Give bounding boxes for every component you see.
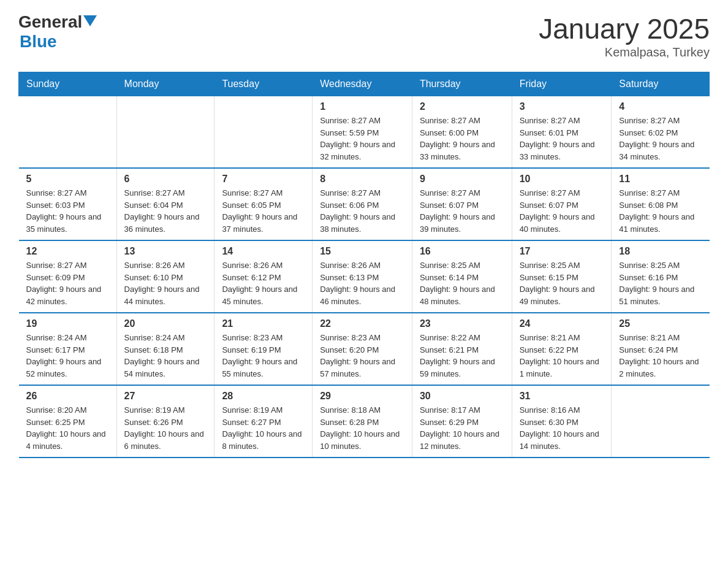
day-info: Sunrise: 8:25 AM Sunset: 6:15 PM Dayligh…	[520, 259, 604, 307]
day-info: Sunrise: 8:27 AM Sunset: 6:03 PM Dayligh…	[26, 187, 109, 235]
calendar-cell: 8Sunrise: 8:27 AM Sunset: 6:06 PM Daylig…	[313, 168, 412, 240]
day-info: Sunrise: 8:27 AM Sunset: 6:06 PM Dayligh…	[320, 187, 404, 235]
logo-text-blue: Blue	[20, 32, 57, 51]
day-info: Sunrise: 8:27 AM Sunset: 6:05 PM Dayligh…	[222, 187, 305, 235]
calendar-week-row: 26Sunrise: 8:20 AM Sunset: 6:25 PM Dayli…	[19, 385, 710, 458]
day-info: Sunrise: 8:27 AM Sunset: 5:59 PM Dayligh…	[320, 115, 404, 163]
day-info: Sunrise: 8:27 AM Sunset: 6:00 PM Dayligh…	[420, 115, 504, 163]
calendar-cell: 2Sunrise: 8:27 AM Sunset: 6:00 PM Daylig…	[412, 96, 512, 169]
calendar-cell: 24Sunrise: 8:21 AM Sunset: 6:22 PM Dayli…	[512, 313, 612, 385]
calendar-header-day: Tuesday	[214, 72, 313, 96]
day-number: 14	[222, 246, 305, 257]
calendar-header-row: SundayMondayTuesdayWednesdayThursdayFrid…	[19, 72, 710, 96]
day-info: Sunrise: 8:24 AM Sunset: 6:17 PM Dayligh…	[26, 332, 109, 380]
day-number: 20	[124, 318, 207, 329]
calendar-cell	[214, 96, 313, 169]
calendar-cell: 16Sunrise: 8:25 AM Sunset: 6:14 PM Dayli…	[412, 240, 512, 313]
day-info: Sunrise: 8:26 AM Sunset: 6:12 PM Dayligh…	[222, 259, 305, 307]
calendar-week-row: 19Sunrise: 8:24 AM Sunset: 6:17 PM Dayli…	[19, 313, 710, 385]
logo-text-general: General	[18, 12, 82, 32]
day-info: Sunrise: 8:27 AM Sunset: 6:07 PM Dayligh…	[520, 187, 604, 235]
day-number: 22	[320, 318, 404, 329]
day-info: Sunrise: 8:27 AM Sunset: 6:04 PM Dayligh…	[124, 187, 207, 235]
calendar-cell: 22Sunrise: 8:23 AM Sunset: 6:20 PM Dayli…	[313, 313, 412, 385]
day-number: 27	[124, 391, 207, 402]
day-info: Sunrise: 8:26 AM Sunset: 6:10 PM Dayligh…	[124, 259, 207, 307]
day-info: Sunrise: 8:16 AM Sunset: 6:30 PM Dayligh…	[520, 404, 604, 452]
svg-marker-0	[83, 15, 97, 26]
calendar-cell: 27Sunrise: 8:19 AM Sunset: 6:26 PM Dayli…	[116, 385, 214, 458]
day-info: Sunrise: 8:21 AM Sunset: 6:24 PM Dayligh…	[619, 332, 702, 380]
day-info: Sunrise: 8:17 AM Sunset: 6:29 PM Dayligh…	[420, 404, 504, 452]
day-info: Sunrise: 8:23 AM Sunset: 6:19 PM Dayligh…	[222, 332, 305, 380]
day-number: 16	[420, 246, 504, 257]
calendar-cell: 20Sunrise: 8:24 AM Sunset: 6:18 PM Dayli…	[116, 313, 214, 385]
day-number: 3	[520, 101, 604, 112]
day-number: 28	[222, 391, 305, 402]
calendar-header-day: Wednesday	[313, 72, 412, 96]
calendar-cell: 15Sunrise: 8:26 AM Sunset: 6:13 PM Dayli…	[313, 240, 412, 313]
logo: General Blue	[18, 12, 97, 52]
day-number: 2	[420, 101, 504, 112]
calendar-cell: 11Sunrise: 8:27 AM Sunset: 6:08 PM Dayli…	[612, 168, 710, 240]
day-info: Sunrise: 8:25 AM Sunset: 6:14 PM Dayligh…	[420, 259, 504, 307]
calendar-week-row: 12Sunrise: 8:27 AM Sunset: 6:09 PM Dayli…	[19, 240, 710, 313]
calendar-cell	[612, 385, 710, 458]
day-number: 4	[619, 101, 702, 112]
calendar-cell: 17Sunrise: 8:25 AM Sunset: 6:15 PM Dayli…	[512, 240, 612, 313]
day-info: Sunrise: 8:19 AM Sunset: 6:26 PM Dayligh…	[124, 404, 207, 452]
calendar-cell: 23Sunrise: 8:22 AM Sunset: 6:21 PM Dayli…	[412, 313, 512, 385]
calendar-cell: 10Sunrise: 8:27 AM Sunset: 6:07 PM Dayli…	[512, 168, 612, 240]
calendar-header-day: Thursday	[412, 72, 512, 96]
day-number: 31	[520, 391, 604, 402]
calendar-week-row: 1Sunrise: 8:27 AM Sunset: 5:59 PM Daylig…	[19, 96, 710, 169]
day-info: Sunrise: 8:27 AM Sunset: 6:02 PM Dayligh…	[619, 115, 702, 163]
day-number: 23	[420, 318, 504, 329]
calendar-cell: 7Sunrise: 8:27 AM Sunset: 6:05 PM Daylig…	[214, 168, 313, 240]
calendar-cell: 14Sunrise: 8:26 AM Sunset: 6:12 PM Dayli…	[214, 240, 313, 313]
day-number: 25	[619, 318, 702, 329]
day-number: 15	[320, 246, 404, 257]
calendar-cell: 26Sunrise: 8:20 AM Sunset: 6:25 PM Dayli…	[19, 385, 117, 458]
calendar-cell: 1Sunrise: 8:27 AM Sunset: 5:59 PM Daylig…	[313, 96, 412, 169]
calendar-cell: 4Sunrise: 8:27 AM Sunset: 6:02 PM Daylig…	[612, 96, 710, 169]
calendar-cell	[19, 96, 117, 169]
day-number: 9	[420, 174, 504, 185]
day-number: 12	[26, 246, 109, 257]
calendar-cell: 29Sunrise: 8:18 AM Sunset: 6:28 PM Dayli…	[313, 385, 412, 458]
calendar-cell: 28Sunrise: 8:19 AM Sunset: 6:27 PM Dayli…	[214, 385, 313, 458]
day-info: Sunrise: 8:27 AM Sunset: 6:01 PM Dayligh…	[520, 115, 604, 163]
calendar-cell: 25Sunrise: 8:21 AM Sunset: 6:24 PM Dayli…	[612, 313, 710, 385]
calendar-cell	[116, 96, 214, 169]
day-number: 19	[26, 318, 109, 329]
day-number: 26	[26, 391, 109, 402]
page-header: General Blue January 2025 Kemalpasa, Tur…	[18, 12, 710, 59]
calendar-cell: 3Sunrise: 8:27 AM Sunset: 6:01 PM Daylig…	[512, 96, 612, 169]
day-info: Sunrise: 8:20 AM Sunset: 6:25 PM Dayligh…	[26, 404, 109, 452]
calendar-cell: 30Sunrise: 8:17 AM Sunset: 6:29 PM Dayli…	[412, 385, 512, 458]
calendar-cell: 13Sunrise: 8:26 AM Sunset: 6:10 PM Dayli…	[116, 240, 214, 313]
day-number: 8	[320, 174, 404, 185]
calendar-cell: 31Sunrise: 8:16 AM Sunset: 6:30 PM Dayli…	[512, 385, 612, 458]
day-number: 11	[619, 174, 702, 185]
day-info: Sunrise: 8:24 AM Sunset: 6:18 PM Dayligh…	[124, 332, 207, 380]
calendar-cell: 6Sunrise: 8:27 AM Sunset: 6:04 PM Daylig…	[116, 168, 214, 240]
calendar-cell: 19Sunrise: 8:24 AM Sunset: 6:17 PM Dayli…	[19, 313, 117, 385]
calendar-cell: 5Sunrise: 8:27 AM Sunset: 6:03 PM Daylig…	[19, 168, 117, 240]
calendar-header-day: Friday	[512, 72, 612, 96]
calendar-week-row: 5Sunrise: 8:27 AM Sunset: 6:03 PM Daylig…	[19, 168, 710, 240]
calendar-cell: 9Sunrise: 8:27 AM Sunset: 6:07 PM Daylig…	[412, 168, 512, 240]
day-number: 30	[420, 391, 504, 402]
day-number: 6	[124, 174, 207, 185]
day-number: 17	[520, 246, 604, 257]
day-info: Sunrise: 8:22 AM Sunset: 6:21 PM Dayligh…	[420, 332, 504, 380]
day-number: 7	[222, 174, 305, 185]
calendar-table: SundayMondayTuesdayWednesdayThursdayFrid…	[18, 72, 710, 458]
day-number: 24	[520, 318, 604, 329]
location-title: Kemalpasa, Turkey	[539, 45, 710, 59]
title-section: January 2025 Kemalpasa, Turkey	[539, 12, 710, 59]
day-number: 10	[520, 174, 604, 185]
day-number: 5	[26, 174, 109, 185]
calendar-header-day: Monday	[116, 72, 214, 96]
day-info: Sunrise: 8:21 AM Sunset: 6:22 PM Dayligh…	[520, 332, 604, 380]
